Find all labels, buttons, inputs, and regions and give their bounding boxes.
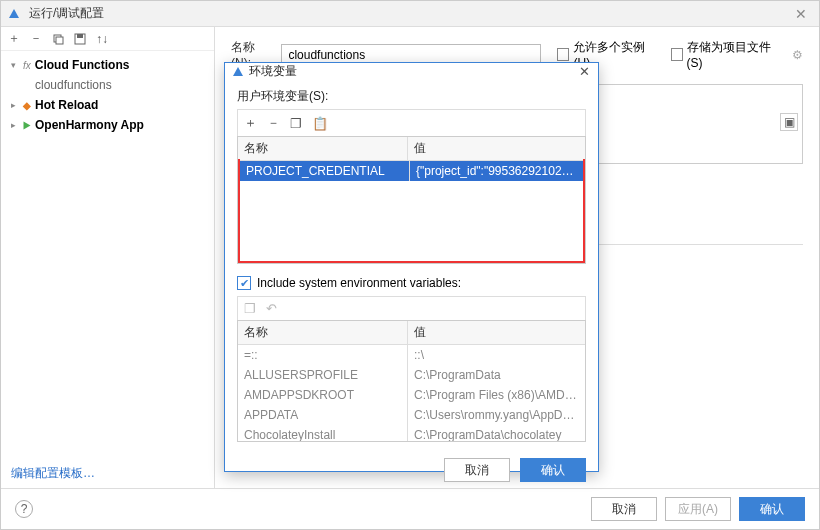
remove-var-button[interactable]: － bbox=[267, 114, 280, 132]
copy-sys-button[interactable]: ❐ bbox=[244, 301, 256, 316]
tree-node-openharmony-app[interactable]: ▸ OpenHarmony App bbox=[1, 115, 214, 135]
store-project-checkbox[interactable]: 存储为项目文件(S) bbox=[671, 39, 778, 70]
chevron-down-icon: ▾ bbox=[11, 60, 21, 70]
main-footer: ? 取消 应用(A) 确认 bbox=[1, 488, 819, 529]
sys-var-name: ALLUSERSPROFILE bbox=[238, 365, 408, 385]
include-system-checkbox[interactable]: ✔ Include system environment variables: bbox=[237, 276, 586, 290]
user-vars-table: 名称 值 PROJECT_CREDENTIAL {"project_id":"9… bbox=[237, 136, 586, 264]
sys-var-name: AMDAPPSDKROOT bbox=[238, 385, 408, 405]
user-var-name: PROJECT_CREDENTIAL bbox=[240, 161, 410, 181]
checkbox-icon bbox=[671, 48, 683, 61]
sys-var-name: APPDATA bbox=[238, 405, 408, 425]
sys-var-name: ChocolateyInstall bbox=[238, 425, 408, 441]
sys-col-value-header: 值 bbox=[408, 321, 585, 344]
svg-rect-1 bbox=[56, 37, 63, 44]
chevron-right-icon: ▸ bbox=[11, 120, 21, 130]
sys-var-value: C:\ProgramData bbox=[408, 365, 585, 385]
window-title: 运行/调试配置 bbox=[29, 5, 791, 22]
env-vars-dialog: 环境变量 ✕ 用户环境变量(S): ＋ － ❐ 📋 名称 值 PROJECT_C… bbox=[224, 62, 599, 472]
dialog-titlebar: 环境变量 ✕ bbox=[225, 63, 598, 80]
system-vars-table: 名称 值 =::::\ALLUSERSPROFILEC:\ProgramData… bbox=[237, 320, 586, 442]
user-vars-toolbar: ＋ － ❐ 📋 bbox=[237, 109, 586, 136]
col-name-header: 名称 bbox=[238, 137, 408, 160]
add-var-button[interactable]: ＋ bbox=[244, 114, 257, 132]
system-var-row[interactable]: ALLUSERSPROFILEC:\ProgramData bbox=[238, 365, 585, 385]
add-config-button[interactable]: ＋ bbox=[7, 32, 21, 46]
dialog-app-icon bbox=[233, 65, 249, 79]
dialog-cancel-button[interactable]: 取消 bbox=[444, 458, 510, 482]
gear-icon[interactable]: ⚙ bbox=[792, 48, 803, 62]
dialog-footer: 取消 确认 bbox=[225, 450, 598, 490]
help-button[interactable]: ? bbox=[15, 500, 33, 518]
paste-var-button[interactable]: 📋 bbox=[312, 116, 328, 131]
user-var-row[interactable]: PROJECT_CREDENTIAL {"project_id":"995362… bbox=[240, 161, 583, 181]
window-close-button[interactable]: ✕ bbox=[791, 6, 811, 22]
remove-config-button[interactable]: － bbox=[29, 32, 43, 46]
ok-button[interactable]: 确认 bbox=[739, 497, 805, 521]
system-var-row[interactable]: ChocolateyInstallC:\ProgramData\chocolat… bbox=[238, 425, 585, 441]
app-run-icon bbox=[23, 118, 31, 132]
include-system-label: Include system environment variables: bbox=[257, 276, 461, 290]
sidebar: ＋ － ↑↓ ▾ fx Cloud Functions cloudfunctio… bbox=[1, 27, 215, 488]
dialog-title: 环境变量 bbox=[249, 63, 579, 80]
checkbox-icon bbox=[557, 48, 569, 61]
move-up-button[interactable]: ↑↓ bbox=[95, 32, 109, 46]
dialog-ok-button[interactable]: 确认 bbox=[520, 458, 586, 482]
config-tree: ▾ fx Cloud Functions cloudfunctions ▸ ◆ … bbox=[1, 51, 214, 459]
app-icon bbox=[9, 7, 23, 21]
copy-config-button[interactable] bbox=[51, 32, 65, 46]
dialog-close-button[interactable]: ✕ bbox=[579, 64, 590, 79]
copy-var-button[interactable]: ❐ bbox=[290, 116, 302, 131]
expand-env-button[interactable]: ▣ bbox=[780, 113, 798, 131]
sys-var-value: C:\ProgramData\chocolatey bbox=[408, 425, 585, 441]
tree-node-cloudfunctions-config[interactable]: cloudfunctions bbox=[1, 75, 214, 95]
apply-button[interactable]: 应用(A) bbox=[665, 497, 731, 521]
tree-node-hot-reload[interactable]: ▸ ◆ Hot Reload bbox=[1, 95, 214, 115]
system-var-row[interactable]: AMDAPPSDKROOTC:\Program Files (x86)\AMD … bbox=[238, 385, 585, 405]
user-var-value: {"project_id":"99536292102178307","... bbox=[410, 161, 583, 181]
chevron-right-icon: ▸ bbox=[11, 100, 21, 110]
tree-node-cloud-functions[interactable]: ▾ fx Cloud Functions bbox=[1, 55, 214, 75]
edit-templates-link[interactable]: 编辑配置模板… bbox=[1, 459, 214, 488]
sys-var-value: C:\Program Files (x86)\AMD APP\ bbox=[408, 385, 585, 405]
sys-var-value: ::\ bbox=[408, 345, 585, 365]
sidebar-toolbar: ＋ － ↑↓ bbox=[1, 27, 214, 51]
system-vars-toolbar: ❐ ↶ bbox=[237, 296, 586, 320]
svg-rect-3 bbox=[77, 34, 83, 38]
sys-var-value: C:\Users\rommy.yang\AppData\Ro... bbox=[408, 405, 585, 425]
system-var-row[interactable]: APPDATAC:\Users\rommy.yang\AppData\Ro... bbox=[238, 405, 585, 425]
system-var-row[interactable]: =::::\ bbox=[238, 345, 585, 365]
sys-var-name: =:: bbox=[238, 345, 408, 365]
sys-col-name-header: 名称 bbox=[238, 321, 408, 344]
store-project-label: 存储为项目文件(S) bbox=[687, 39, 778, 70]
user-vars-label: 用户环境变量(S): bbox=[237, 88, 586, 105]
col-value-header: 值 bbox=[408, 137, 585, 160]
titlebar: 运行/调试配置 ✕ bbox=[1, 1, 819, 27]
checkbox-checked-icon: ✔ bbox=[237, 276, 251, 290]
user-row-highlight: PROJECT_CREDENTIAL {"project_id":"995362… bbox=[238, 159, 585, 263]
save-config-button[interactable] bbox=[73, 32, 87, 46]
revert-sys-button[interactable]: ↶ bbox=[266, 301, 277, 316]
hot-reload-icon: ◆ bbox=[23, 100, 31, 111]
fx-icon: fx bbox=[23, 60, 31, 71]
cancel-button[interactable]: 取消 bbox=[591, 497, 657, 521]
